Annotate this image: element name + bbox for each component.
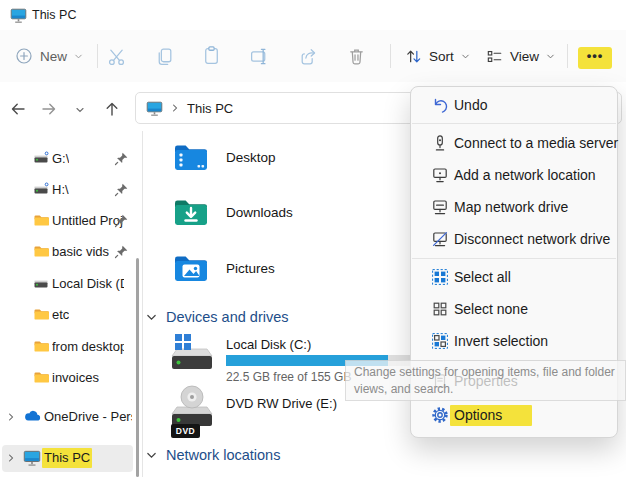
section-header-label: Network locations	[166, 447, 280, 463]
sidebar-item-label: G:\	[52, 151, 69, 166]
menu-item-select-none[interactable]: Select none	[417, 294, 613, 324]
section-header-label: Devices and drives	[166, 309, 289, 325]
sidebar-item-label: Untitled Proj	[52, 213, 123, 228]
chevron-down-icon	[73, 51, 84, 62]
sidebar-item-this-pc[interactable]: This PC	[0, 445, 134, 471]
chevron-down-icon	[545, 51, 556, 62]
menu-item-connect-media-server[interactable]: Connect to a media server	[417, 128, 613, 158]
menu-item-label-highlighted: Options	[450, 405, 532, 426]
new-button[interactable]: New	[14, 38, 84, 74]
recent-locations-chevron[interactable]	[74, 104, 86, 116]
menu-item-label: Map network drive	[454, 199, 568, 215]
breadcrumb-chevron-icon	[169, 102, 181, 114]
drive-icon	[33, 275, 50, 292]
desktop-folder-icon[interactable]	[173, 139, 209, 175]
this-pc-monitor-icon	[23, 449, 41, 467]
drive-item-local-disk-c[interactable]: Local Disk (C:)	[226, 337, 311, 352]
view-list-icon	[485, 47, 504, 66]
menu-item-map-network-drive[interactable]: Map network drive	[417, 192, 613, 222]
downloads-folder-icon[interactable]	[173, 194, 209, 230]
sidebar-item-from-desktop[interactable]: from desktop 0	[0, 334, 134, 360]
menu-item-disconnect-network-drive[interactable]: Disconnect network drive	[417, 224, 613, 254]
see-more-button[interactable]: •••	[578, 47, 612, 69]
chevron-down-icon	[145, 311, 158, 324]
local-disk-c-icon[interactable]	[166, 331, 216, 377]
window-title: This PC	[32, 8, 76, 22]
this-pc-monitor-icon	[146, 100, 163, 117]
folder-icon	[33, 243, 50, 260]
sidebar-item-untitled-proj[interactable]: Untitled Proj	[0, 208, 134, 234]
file-explorer-window: This PC New	[0, 0, 626, 477]
sidebar-item-label: H:\	[52, 182, 69, 197]
toolbar-separator	[390, 44, 391, 68]
pictures-folder-icon[interactable]	[173, 250, 209, 286]
this-pc-monitor-icon	[10, 7, 27, 24]
undo-icon	[431, 96, 449, 114]
pin-icon[interactable]	[114, 151, 129, 166]
pin-icon[interactable]	[114, 182, 129, 197]
sidebar-scrollbar-thumb[interactable]	[136, 258, 139, 477]
menu-item-label: Select none	[454, 301, 528, 317]
menu-item-label: Add a network location	[454, 167, 596, 183]
title-bar: This PC	[0, 0, 626, 30]
folder-item-pictures[interactable]: Pictures	[226, 261, 275, 276]
drive-item-dvd-rw-e[interactable]: DVD RW Drive (E:)	[226, 396, 337, 411]
forward-button[interactable]	[40, 100, 58, 118]
sidebar-item-label: OneDrive - Perso	[44, 409, 132, 424]
menu-item-add-network-location[interactable]: Add a network location	[417, 160, 613, 190]
pin-icon[interactable]	[114, 244, 129, 259]
toolbar-separator	[97, 44, 98, 68]
options-tooltip: Change settings for opening items, file …	[345, 360, 626, 401]
sidebar-item-local-disk-d[interactable]: Local Disk (D:)	[0, 271, 134, 297]
menu-item-undo[interactable]: Undo	[417, 90, 613, 120]
chevron-down-icon	[145, 449, 158, 462]
sidebar-item-basic-vids[interactable]: basic vids	[0, 239, 134, 265]
copy-icon[interactable]	[154, 46, 175, 67]
up-button[interactable]	[103, 100, 121, 118]
chevron-right-icon[interactable]	[5, 411, 17, 423]
network-drive-icon	[33, 181, 50, 198]
menu-item-options[interactable]: Options	[417, 400, 613, 430]
folder-item-downloads[interactable]: Downloads	[226, 205, 293, 220]
sidebar-item-g-drive[interactable]: G:\	[0, 146, 134, 172]
menu-item-invert-selection[interactable]: Invert selection	[417, 326, 613, 356]
menu-item-label: Invert selection	[454, 333, 548, 349]
menu-item-label: Disconnect network drive	[454, 231, 610, 247]
menu-separator	[412, 258, 616, 259]
sidebar-item-label: basic vids	[52, 244, 109, 259]
sidebar-item-label: invoices	[52, 370, 99, 385]
folder-icon	[33, 338, 50, 355]
breadcrumb-location: This PC	[187, 101, 233, 116]
section-header-devices[interactable]: Devices and drives	[145, 309, 289, 325]
chevron-down-icon	[460, 51, 471, 62]
menu-separator	[412, 123, 616, 124]
delete-trash-icon[interactable]	[346, 46, 367, 67]
back-button[interactable]	[9, 100, 27, 118]
rename-icon[interactable]	[249, 46, 270, 67]
cut-icon[interactable]	[106, 46, 127, 67]
sort-button[interactable]: Sort	[404, 38, 471, 74]
tooltip-text-line2: views, and search.	[354, 381, 625, 398]
sidebar-item-etc[interactable]: etc	[0, 302, 134, 328]
share-icon[interactable]	[298, 46, 319, 67]
sidebar-item-onedrive[interactable]: OneDrive - Perso	[0, 404, 134, 430]
pin-icon[interactable]	[114, 213, 129, 228]
menu-item-label: Connect to a media server	[454, 135, 618, 151]
view-button[interactable]: View	[485, 38, 556, 74]
menu-item-label: Undo	[454, 97, 487, 113]
chevron-right-icon[interactable]	[5, 452, 17, 464]
media-server-icon	[431, 134, 449, 152]
command-bar: New	[0, 30, 626, 83]
section-header-network[interactable]: Network locations	[145, 447, 280, 463]
folder-item-desktop[interactable]: Desktop	[226, 150, 276, 165]
view-button-label: View	[510, 49, 539, 64]
sidebar-item-h-drive[interactable]: H:\	[0, 177, 134, 203]
paste-icon[interactable]	[201, 45, 222, 66]
network-drive-icon	[33, 150, 50, 167]
onedrive-cloud-icon	[23, 408, 41, 426]
dvd-drive-icon[interactable]	[166, 383, 216, 429]
ellipsis-icon: •••	[587, 49, 604, 62]
folder-icon	[33, 212, 50, 229]
menu-item-select-all[interactable]: Select all	[417, 262, 613, 292]
sidebar-item-invoices[interactable]: invoices	[0, 365, 134, 391]
